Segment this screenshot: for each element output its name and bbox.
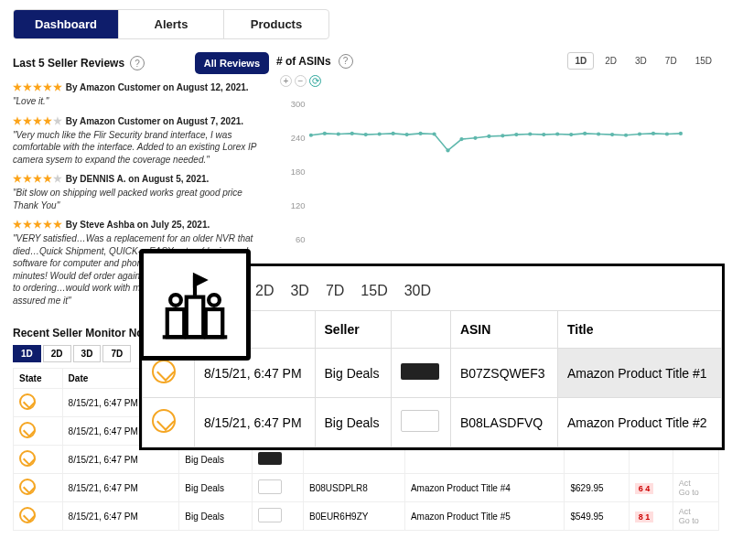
rank-badge: 8 1 xyxy=(635,512,654,522)
state-icon xyxy=(152,409,176,433)
column-header[interactable]: Title xyxy=(558,311,722,349)
svg-text:120: 120 xyxy=(291,200,306,210)
svg-text:180: 180 xyxy=(291,167,306,177)
svg-point-9 xyxy=(364,133,368,136)
monitor-range-2d[interactable]: 2D xyxy=(43,345,71,362)
chart-title: # of ASINs xyxy=(276,55,331,68)
all-reviews-button[interactable]: All Reviews xyxy=(195,52,269,74)
svg-point-30 xyxy=(651,132,655,135)
reviews-title: Last 5 Seller Reviews xyxy=(13,57,124,70)
chart-zoom-controls: + − ⟳ xyxy=(276,75,719,87)
column-header[interactable]: State xyxy=(14,369,63,389)
overlay-range-7d[interactable]: 7D xyxy=(322,281,348,301)
svg-point-31 xyxy=(665,132,669,135)
tab-products[interactable]: Products xyxy=(224,10,328,38)
range-tab-1d[interactable]: 1D xyxy=(567,52,594,70)
svg-point-21 xyxy=(528,132,532,135)
star-rating: ★★★★★ xyxy=(13,173,63,184)
state-icon xyxy=(19,450,36,467)
svg-rect-50 xyxy=(206,309,222,337)
overlay-range-3d[interactable]: 3D xyxy=(286,281,312,301)
svg-point-28 xyxy=(624,134,628,137)
svg-point-23 xyxy=(555,132,559,135)
table-row[interactable]: 8/15/21, 6:47 PMBig Deals B08USDPLR8Amaz… xyxy=(14,474,719,502)
monitor-range-1d[interactable]: 1D xyxy=(13,345,41,362)
zoom-in-icon[interactable]: + xyxy=(280,75,292,87)
review-item: ★★★★★ By Amazon Customer on August 7, 20… xyxy=(13,115,269,167)
range-tab-2d[interactable]: 2D xyxy=(597,52,624,70)
svg-point-51 xyxy=(170,295,181,306)
svg-point-27 xyxy=(610,133,614,136)
svg-point-26 xyxy=(597,132,600,135)
column-header[interactable] xyxy=(391,311,450,349)
review-item: ★★★★★ By Amazon Customer on August 12, 2… xyxy=(13,81,269,108)
svg-text:240: 240 xyxy=(291,133,306,143)
overlay-range-15d[interactable]: 15D xyxy=(357,281,391,301)
range-tab-7d[interactable]: 7D xyxy=(658,52,684,70)
svg-point-52 xyxy=(209,295,220,306)
main-tabs: Dashboard Alerts Products xyxy=(13,9,329,39)
monitor-range-3d[interactable]: 3D xyxy=(73,345,102,362)
chart-range-tabs: 1D2D3D7D15D xyxy=(567,52,719,70)
state-icon xyxy=(19,479,36,495)
svg-point-6 xyxy=(323,132,327,135)
star-rating: ★★★★★ xyxy=(13,115,63,126)
svg-text:300: 300 xyxy=(291,99,306,109)
state-icon xyxy=(19,422,36,438)
table-row[interactable]: 8/15/21, 6:47 PMBig Deals B0EUR6H9ZYAmaz… xyxy=(14,502,719,531)
product-thumb xyxy=(258,452,282,465)
svg-point-11 xyxy=(392,132,395,135)
svg-point-24 xyxy=(569,133,573,136)
overlay-range-30d[interactable]: 30D xyxy=(401,281,435,301)
svg-point-10 xyxy=(378,132,382,135)
tab-alerts[interactable]: Alerts xyxy=(119,10,224,38)
product-thumb xyxy=(401,363,439,380)
help-icon[interactable]: ? xyxy=(130,56,145,70)
star-rating: ★★★★★ xyxy=(13,219,63,230)
zoom-out-icon[interactable]: − xyxy=(295,75,307,87)
svg-point-32 xyxy=(679,132,683,135)
product-thumb xyxy=(258,479,282,494)
svg-point-22 xyxy=(542,133,545,136)
svg-point-17 xyxy=(473,136,477,140)
svg-point-15 xyxy=(446,148,449,152)
svg-point-7 xyxy=(337,132,340,135)
svg-point-19 xyxy=(501,134,504,137)
star-rating: ★★★★★ xyxy=(13,81,63,92)
state-icon xyxy=(19,507,36,523)
product-thumb xyxy=(401,410,439,432)
help-icon[interactable]: ? xyxy=(339,54,353,69)
monitor-range-7d[interactable]: 7D xyxy=(102,345,131,362)
svg-point-12 xyxy=(405,133,409,136)
product-thumb xyxy=(258,508,282,522)
svg-point-5 xyxy=(309,134,313,137)
tab-dashboard[interactable]: Dashboard xyxy=(14,10,119,38)
rank-badge: 6 4 xyxy=(635,483,654,494)
svg-point-8 xyxy=(350,132,354,135)
range-tab-15d[interactable]: 15D xyxy=(688,52,719,70)
review-item: ★★★★★ By DENNIS A. on August 5, 2021."Bi… xyxy=(13,173,269,211)
column-header[interactable]: ASIN xyxy=(450,311,557,349)
zoom-reset-icon[interactable]: ⟳ xyxy=(309,75,321,87)
range-tab-3d[interactable]: 3D xyxy=(628,52,654,70)
svg-point-29 xyxy=(638,132,641,135)
svg-point-14 xyxy=(432,132,436,135)
svg-point-16 xyxy=(459,137,463,141)
svg-text:60: 60 xyxy=(296,234,306,244)
svg-point-18 xyxy=(487,135,490,138)
svg-point-13 xyxy=(418,132,422,135)
leaderboard-icon xyxy=(139,249,251,361)
svg-rect-49 xyxy=(187,297,203,338)
svg-point-25 xyxy=(583,132,587,135)
table-row[interactable]: 8/15/21, 6:47 PMBig Deals B08LASDFVQAmaz… xyxy=(143,398,722,447)
state-icon xyxy=(19,393,36,410)
svg-point-20 xyxy=(514,133,518,136)
svg-rect-48 xyxy=(167,309,184,337)
overlay-range-2d[interactable]: 2D xyxy=(252,281,277,301)
state-icon xyxy=(152,360,176,383)
column-header[interactable]: Seller xyxy=(315,311,391,349)
